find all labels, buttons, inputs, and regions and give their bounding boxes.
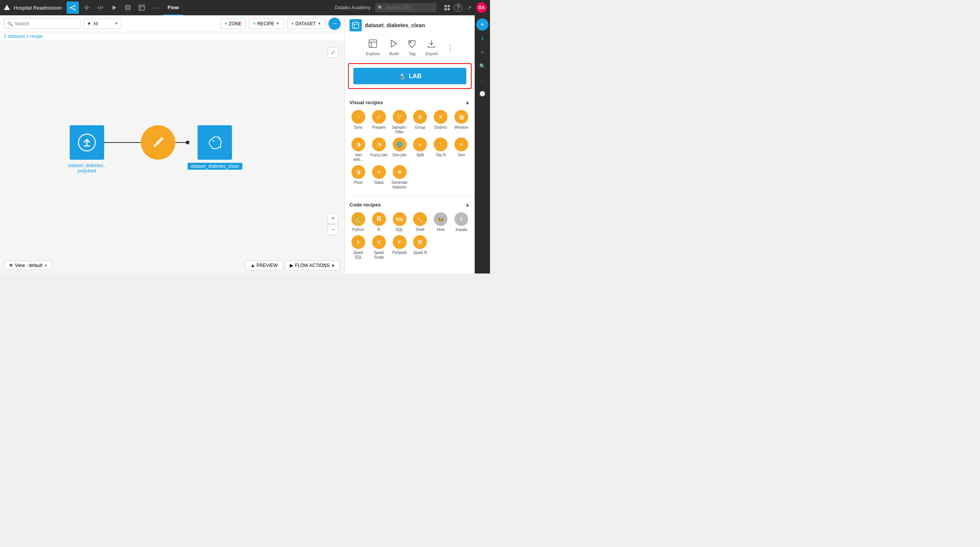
zone-button[interactable]: + ZONE xyxy=(220,18,246,29)
svg-point-6 xyxy=(85,7,88,9)
preview-button[interactable]: ▲ PREVIEW xyxy=(245,260,283,270)
project-title[interactable]: Hospital Readmission xyxy=(14,5,62,11)
recipe-button[interactable]: + RECIPE ▼ xyxy=(249,18,284,29)
settings-icon[interactable] xyxy=(80,2,93,14)
recipe-distinct[interactable]: ≠ Distinct xyxy=(432,110,449,134)
rms-download-icon[interactable]: ↓ xyxy=(476,74,488,86)
visual-recipes-collapse[interactable]: ▲ xyxy=(465,99,470,105)
recipe-sort[interactable]: ≡ Sort xyxy=(452,138,470,162)
code-shell[interactable]: >_ Shell xyxy=(411,212,429,232)
node-dataset-prepared[interactable]: dataset_diabetes_prepared xyxy=(68,125,106,174)
export-action[interactable]: Export xyxy=(425,39,438,56)
grid-icon[interactable] xyxy=(441,2,453,14)
lab-button[interactable]: 🔬 LAB xyxy=(353,68,466,84)
flow-search-input[interactable] xyxy=(15,21,77,26)
view-select[interactable]: 👁 View : default ▼ xyxy=(5,261,52,270)
recipe-generate-features[interactable]: ⊕ Generate features xyxy=(391,165,408,190)
recipe-join[interactable]: ◑ Join with... xyxy=(350,138,367,162)
rms-clock-icon[interactable]: 🕐 xyxy=(476,87,488,100)
datasets-link[interactable]: datasets xyxy=(8,34,25,39)
recipe-topn[interactable]: ↑ Top N xyxy=(432,138,449,162)
code-pyspark[interactable]: P PySpark xyxy=(391,235,408,260)
group-label: Group xyxy=(415,125,426,130)
recipe-group[interactable]: ⊕ Group xyxy=(411,110,429,134)
visual-recipes-title: Visual recipes xyxy=(350,100,383,105)
node-dataset-clean[interactable]: dataset_diabetes_clean xyxy=(188,125,242,170)
node-label-prepared: dataset_diabetes_prepared xyxy=(68,163,106,174)
rms-search-icon[interactable]: 🔍 xyxy=(476,60,488,72)
recipe-link[interactable]: recipe xyxy=(30,34,43,39)
python-icon: 🐍 xyxy=(351,212,365,226)
lab-icon: 🔬 xyxy=(398,72,406,80)
code-spark-sql[interactable]: S Spark SQL xyxy=(350,235,367,260)
flow-canvas[interactable]: dataset_diabetes_prepared xyxy=(0,41,345,274)
expand-button[interactable]: ⤢ xyxy=(328,47,338,58)
panel-title: dataset_diabetes_clean xyxy=(365,22,470,28)
global-search-icon: 🔍 xyxy=(378,5,383,10)
explore-action[interactable]: Explore xyxy=(366,39,380,56)
recipe-pivot[interactable]: ◑ Pivot xyxy=(350,165,367,190)
external-link-icon[interactable]: ↗ xyxy=(463,2,475,14)
window-label: Window xyxy=(454,125,468,130)
tag-action[interactable]: Tag xyxy=(408,39,416,56)
divider1 xyxy=(345,93,475,94)
spark-scala-label: Spark Scala xyxy=(370,251,388,260)
recipe-geo-join[interactable]: 🌐 Geo join xyxy=(391,138,408,162)
table-icon[interactable] xyxy=(136,2,148,14)
join-icon: ◑ xyxy=(351,138,365,151)
recipe-sample-filter[interactable]: ▽ Sample / Filter xyxy=(391,110,408,134)
spark-scala-icon: S xyxy=(372,235,386,249)
node-box-clean xyxy=(198,125,232,160)
pivot-icon: ◑ xyxy=(351,165,365,179)
build-action[interactable]: Build xyxy=(389,39,399,56)
recipe-prepare[interactable]: ✓ Prepare xyxy=(370,110,388,134)
recipe-window[interactable]: ▦ Window xyxy=(452,110,470,134)
sort-icon: ≡ xyxy=(454,138,468,151)
code-recipes-header: Code recipes ▲ xyxy=(345,198,475,210)
right-panel: dataset_diabetes_clean Explore xyxy=(345,15,475,274)
code-impala[interactable]: I Impala xyxy=(452,212,470,232)
database-icon[interactable] xyxy=(122,2,134,14)
more-icon[interactable]: ··· xyxy=(149,2,162,14)
code-recipes-collapse[interactable]: ▲ xyxy=(465,201,470,208)
recipe-sync[interactable]: → Sync xyxy=(350,110,367,134)
flow-actions-button[interactable]: ▶ FLOW ACTIONS ▼ xyxy=(285,260,340,270)
zoom-in-button[interactable]: + xyxy=(328,213,338,224)
recipe-stack[interactable]: ≡ Stack xyxy=(370,165,388,190)
code-hive[interactable]: 🐝 Hive xyxy=(432,212,449,232)
recipe-split[interactable]: ≺ Split xyxy=(411,138,429,162)
help-icon[interactable]: ? xyxy=(454,3,462,12)
app-logo[interactable] xyxy=(3,4,11,11)
distinct-icon: ≠ xyxy=(434,110,448,124)
code-spark-r[interactable]: R Spark R xyxy=(411,235,429,260)
zoom-out-button[interactable]: − xyxy=(328,224,338,235)
code-python[interactable]: 🐍 Python xyxy=(350,212,367,232)
share-icon[interactable] xyxy=(67,2,79,14)
node-recipe-prepare[interactable] xyxy=(141,125,175,160)
dataset-button[interactable]: + DATASET ▼ xyxy=(287,18,325,29)
flow-tab[interactable]: Flow xyxy=(163,0,184,15)
shell-label: Shell xyxy=(416,228,424,232)
user-avatar[interactable]: DA xyxy=(476,2,487,13)
code-icon[interactable] xyxy=(94,2,106,14)
expand-panel-button[interactable]: → xyxy=(328,18,341,30)
code-r[interactable]: R R xyxy=(370,212,388,232)
canvas-bottom-bar: 👁 View : default ▼ ▲ PREVIEW ▶ FLOW ACTI… xyxy=(0,257,345,274)
sql-label: SQL xyxy=(396,228,403,232)
filter-dropdown[interactable]: ▼ All ▼ xyxy=(83,18,122,29)
recipe-label: RECIPE xyxy=(257,21,274,26)
build-label: Build xyxy=(389,51,399,56)
global-search-input[interactable] xyxy=(375,3,436,12)
rms-plus-icon[interactable]: + xyxy=(476,18,488,31)
academy-label[interactable]: Dataiku Academy xyxy=(335,5,371,10)
code-sql[interactable]: SQL SQL xyxy=(391,212,408,232)
rms-list-icon[interactable]: ≡ xyxy=(476,46,488,58)
flow-actions-arrow-icon: ▼ xyxy=(331,264,335,268)
code-spark-scala[interactable]: S Spark Scala xyxy=(370,235,388,260)
zone-plus-icon: + xyxy=(225,21,227,26)
more-actions-button[interactable]: ⋮ xyxy=(447,44,454,52)
rms-info-icon[interactable]: ℹ xyxy=(476,32,488,44)
play-icon[interactable] xyxy=(108,2,120,14)
flow-search-icon: 🔍 xyxy=(7,21,13,26)
recipe-fuzzy-join[interactable]: ◔ Fuzzy join xyxy=(370,138,388,162)
